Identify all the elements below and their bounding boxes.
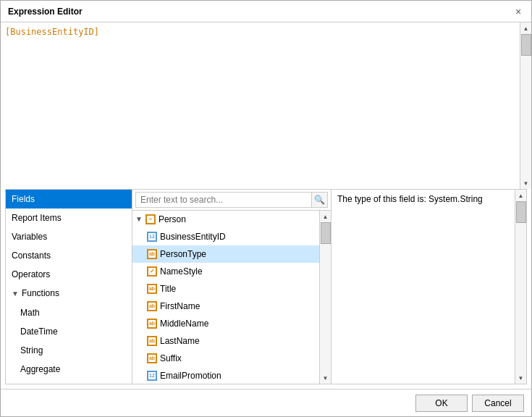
- bottom-panel: FieldsReport ItemsVariablesConstantsOper…: [5, 189, 527, 384]
- str-icon: ab: [147, 319, 157, 329]
- tree-item-label: LastName: [160, 334, 200, 348]
- left-item-constants[interactable]: Constants: [6, 246, 132, 265]
- tree-item-firstname[interactable]: abFirstName: [132, 298, 319, 315]
- right-scroll-thumb[interactable]: [516, 201, 526, 223]
- table-icon: ≡: [145, 214, 156, 224]
- tree-item-middlename[interactable]: abMiddleName: [132, 315, 319, 332]
- tree-scrollbar: ▲ ▼: [319, 211, 331, 384]
- left-item-label: Functions: [22, 288, 59, 298]
- tree-item-label: MiddleName: [160, 316, 208, 331]
- left-item-label: Logical: [20, 383, 48, 384]
- tree-item-label: PersonType: [160, 247, 206, 261]
- left-item-math[interactable]: Math: [6, 303, 132, 322]
- left-item-logical[interactable]: Logical: [6, 379, 132, 384]
- left-item-operators[interactable]: Operators: [6, 265, 132, 284]
- scroll-up-arrow[interactable]: ▲: [520, 22, 532, 34]
- dialog-title: Expression Editor: [8, 7, 83, 17]
- left-item-label: String: [20, 345, 43, 355]
- left-item-fields[interactable]: Fields: [6, 190, 132, 208]
- left-item-label: Constants: [12, 250, 51, 261]
- left-item-string[interactable]: String: [6, 341, 132, 360]
- expression-input[interactable]: [BusinessEntityID]: [1, 22, 520, 189]
- tree-item-persontype[interactable]: abPersonType: [132, 245, 319, 263]
- tree-expand-arrow: ▼: [135, 212, 143, 227]
- left-item-aggregate[interactable]: Aggregate: [6, 360, 132, 379]
- tree-item-label: FirstName: [160, 299, 200, 313]
- num-icon: 12: [147, 371, 157, 381]
- close-button[interactable]: ×: [512, 6, 524, 17]
- left-item-functions[interactable]: ▼Functions: [6, 284, 132, 303]
- middle-panel: 🔍 ▼ ≡ Person 12BusinessEntityIDabPersonT…: [132, 190, 332, 384]
- tree-item-label: Title: [160, 282, 176, 296]
- left-item-variables[interactable]: Variables: [6, 227, 132, 246]
- tree-root-label: Person: [159, 212, 186, 227]
- search-bar: 🔍: [132, 190, 331, 211]
- title-bar: Expression Editor ×: [1, 1, 531, 22]
- tree-item-emailpromotion[interactable]: 12EmailPromotion: [132, 367, 319, 384]
- right-scroll-down[interactable]: ▼: [515, 372, 527, 384]
- expand-arrow: ▼: [12, 287, 19, 301]
- editor-inner: [BusinessEntityID]: [1, 22, 520, 189]
- expression-editor-dialog: Expression Editor × [BusinessEntityID] ▲…: [0, 0, 532, 417]
- scroll-thumb[interactable]: [521, 34, 531, 56]
- search-icon: 🔍: [314, 195, 325, 205]
- left-item-datetime[interactable]: DateTime: [6, 322, 132, 341]
- check-icon: ✓: [147, 266, 157, 277]
- cancel-button[interactable]: Cancel: [472, 395, 524, 412]
- str-icon: ab: [147, 336, 157, 346]
- scroll-track: [520, 34, 531, 177]
- tree-root-person[interactable]: ▼ ≡ Person: [132, 211, 319, 228]
- tree-item-namestyle[interactable]: ✓NameStyle: [132, 263, 319, 280]
- editor-area: [BusinessEntityID] ▲ ▼: [1, 22, 531, 189]
- tree-scroll-down[interactable]: ▼: [320, 372, 332, 384]
- tree-item-lastname[interactable]: abLastName: [132, 332, 319, 350]
- scroll-down-arrow[interactable]: ▼: [520, 177, 532, 189]
- tree-scroll-track: [320, 222, 331, 372]
- left-item-label: Operators: [12, 269, 50, 279]
- search-input[interactable]: [135, 192, 312, 208]
- left-item-label: DateTime: [20, 327, 58, 337]
- left-item-label: Fields: [12, 194, 35, 204]
- num-icon: 12: [147, 232, 157, 242]
- left-item-label: Report Items: [12, 213, 62, 223]
- tree-item-suffix[interactable]: abSuffix: [132, 350, 319, 367]
- right-scrollbar: ▲ ▼: [515, 190, 526, 384]
- left-item-label: Aggregate: [20, 364, 60, 374]
- tree-scroll-thumb[interactable]: [321, 222, 331, 244]
- tree-item-businessentityid[interactable]: 12BusinessEntityID: [132, 228, 319, 245]
- left-item-report-items[interactable]: Report Items: [6, 208, 132, 227]
- left-item-label: Variables: [12, 232, 47, 242]
- tree-item-title[interactable]: abTitle: [132, 280, 319, 298]
- tree-item-label: BusinessEntityID: [160, 229, 226, 244]
- str-icon: ab: [147, 249, 157, 259]
- str-icon: ab: [147, 301, 157, 311]
- tree-scroll-up[interactable]: ▲: [320, 211, 332, 222]
- editor-scrollbar: ▲ ▼: [520, 22, 531, 189]
- ok-button[interactable]: OK: [415, 395, 468, 412]
- tree-item-label: NameStyle: [160, 264, 203, 279]
- right-panel: The type of this field is: System.String…: [332, 190, 526, 384]
- str-icon: ab: [147, 284, 157, 294]
- tree-item-label: Suffix: [160, 351, 182, 366]
- left-panel: FieldsReport ItemsVariablesConstantsOper…: [6, 190, 132, 384]
- right-scroll-track: [515, 201, 526, 372]
- left-item-label: Math: [20, 308, 40, 318]
- tree-area-wrapper: ▼ ≡ Person 12BusinessEntityIDabPersonTyp…: [132, 211, 331, 384]
- tree-scroll-container: ▼ ≡ Person 12BusinessEntityIDabPersonTyp…: [132, 211, 319, 384]
- search-icon-button[interactable]: 🔍: [312, 192, 328, 208]
- tree-item-label: EmailPromotion: [160, 368, 221, 383]
- str-icon: ab: [147, 353, 157, 363]
- field-type-text: The type of this field is: System.String: [337, 194, 483, 204]
- footer: OK Cancel: [1, 389, 531, 416]
- right-scroll-up[interactable]: ▲: [515, 190, 527, 201]
